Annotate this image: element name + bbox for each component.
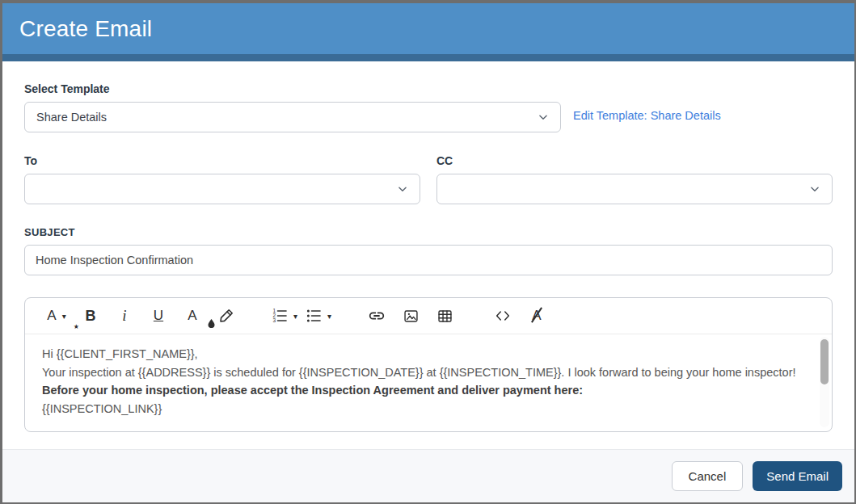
- underline-icon: U: [154, 308, 163, 324]
- template-select-value: Share Details: [36, 111, 107, 124]
- unordered-list-button[interactable]: ▾: [301, 304, 335, 328]
- body-line: {{INSPECTION_LINK}}: [42, 400, 799, 418]
- cc-select[interactable]: [436, 174, 833, 204]
- chevron-down-icon: [397, 183, 408, 195]
- body-line: Your inspection at {{ADDRESS}} is schedu…: [42, 363, 799, 382]
- insert-image-button[interactable]: [394, 304, 428, 328]
- insert-link-button[interactable]: [360, 304, 394, 328]
- header-accent-strip: [2, 54, 854, 61]
- bold-icon: B: [86, 308, 96, 325]
- clear-format-button[interactable]: A: [520, 304, 554, 328]
- template-field: Select Template Share Details Edit Templ…: [24, 82, 833, 132]
- italic-icon: i: [122, 307, 126, 325]
- recipients-row: To CC: [24, 154, 833, 204]
- bold-button[interactable]: B: [74, 304, 108, 328]
- rich-text-editor: A ★ ▾ B i U A: [24, 297, 833, 432]
- code-view-button[interactable]: [486, 304, 520, 328]
- code-icon: [494, 307, 512, 325]
- cc-label: CC: [436, 154, 833, 167]
- caret-down-icon: ▾: [62, 312, 66, 321]
- highlighter-icon: [218, 308, 234, 324]
- link-icon: [368, 307, 386, 325]
- font-color-button[interactable]: A: [175, 304, 209, 328]
- edit-template-link[interactable]: Edit Template: Share Details: [573, 109, 721, 122]
- body-line: Hi {{CLIENT_FIRST_NAME}},: [42, 345, 799, 363]
- caret-down-icon: ▾: [293, 312, 297, 321]
- dialog-footer: Cancel Send Email: [2, 449, 854, 502]
- body-line: Before your home inspection, please acce…: [42, 381, 799, 400]
- clear-format-icon: A: [532, 308, 541, 324]
- select-template-label: Select Template: [24, 82, 833, 95]
- editor-scrollbar[interactable]: [820, 337, 829, 427]
- font-color-icon: A: [188, 308, 196, 324]
- caret-down-icon: ▾: [327, 312, 331, 321]
- editor-body[interactable]: Hi {{CLIENT_FIRST_NAME}}, Your inspectio…: [25, 334, 832, 431]
- scrollbar-thumb[interactable]: [820, 339, 829, 384]
- create-email-dialog: Create Email Select Template Share Detai…: [0, 0, 856, 504]
- chevron-down-icon: [538, 111, 549, 123]
- page-title: Create Email: [19, 16, 152, 42]
- to-select[interactable]: [24, 174, 420, 204]
- cancel-button[interactable]: Cancel: [672, 461, 744, 491]
- font-style-icon: A: [47, 308, 56, 324]
- highlight-button[interactable]: [209, 304, 243, 328]
- italic-button[interactable]: i: [108, 304, 141, 328]
- subject-input[interactable]: [24, 245, 833, 275]
- font-style-button[interactable]: A ★ ▾: [40, 304, 74, 328]
- subject-label: SUBJECT: [24, 226, 833, 238]
- underline-button[interactable]: U: [141, 304, 175, 328]
- editor-toolbar: A ★ ▾ B i U A: [25, 298, 832, 334]
- dialog-header: Create Email: [2, 3, 854, 54]
- to-label: To: [24, 154, 420, 167]
- table-icon: [436, 308, 453, 325]
- chevron-down-icon: [809, 183, 820, 195]
- cc-field: CC: [436, 154, 833, 204]
- send-email-button[interactable]: Send Email: [753, 461, 842, 491]
- template-select[interactable]: Share Details: [24, 102, 561, 132]
- ordered-list-button[interactable]: 1 2 3 ▾: [268, 304, 301, 328]
- dialog-content: Select Template Share Details Edit Templ…: [2, 61, 854, 449]
- svg-text:3: 3: [272, 317, 276, 323]
- to-field: To: [24, 154, 420, 204]
- ordered-list-icon: 1 2 3: [272, 308, 288, 324]
- unordered-list-icon: [306, 308, 322, 324]
- insert-table-button[interactable]: [428, 304, 462, 328]
- image-icon: [403, 308, 420, 325]
- subject-field: SUBJECT: [24, 226, 833, 275]
